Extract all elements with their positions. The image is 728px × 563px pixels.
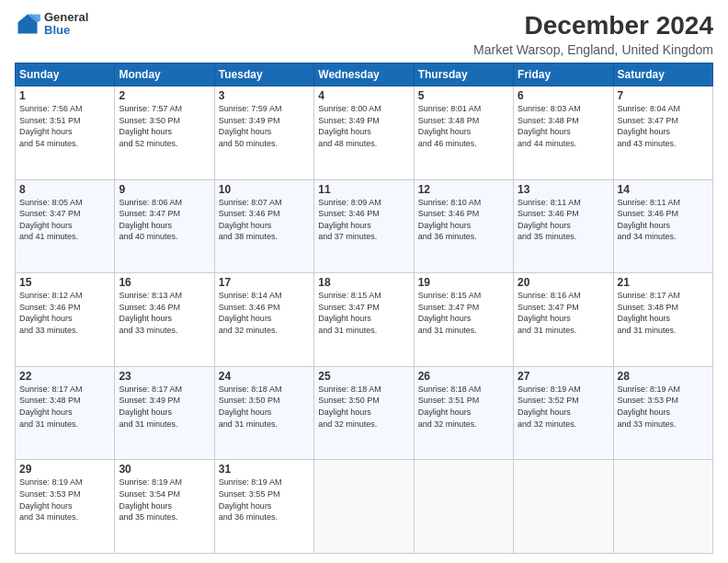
day-number: 21 xyxy=(618,276,709,289)
calendar-cell: 17 Sunrise: 8:14 AMSunset: 3:46 PMDaylig… xyxy=(214,273,313,367)
day-number: 30 xyxy=(119,463,210,476)
day-number: 8 xyxy=(19,183,110,196)
subtitle: Market Warsop, England, United Kingdom xyxy=(473,42,713,57)
day-number: 7 xyxy=(618,89,709,102)
day-info: Sunrise: 8:19 AMSunset: 3:53 PMDaylight … xyxy=(618,385,681,429)
day-info: Sunrise: 8:15 AMSunset: 3:47 PMDaylight … xyxy=(418,291,482,335)
day-info: Sunrise: 8:16 AMSunset: 3:47 PMDaylight … xyxy=(518,291,581,335)
calendar-cell: 26 Sunrise: 8:18 AMSunset: 3:51 PMDaylig… xyxy=(414,366,513,460)
day-info: Sunrise: 8:03 AMSunset: 3:48 PMDaylight … xyxy=(518,104,581,148)
logo-text: General Blue xyxy=(44,11,88,38)
day-number: 22 xyxy=(19,370,110,383)
day-info: Sunrise: 8:17 AMSunset: 3:48 PMDaylight … xyxy=(618,291,681,335)
day-info: Sunrise: 8:07 AMSunset: 3:46 PMDaylight … xyxy=(219,198,282,242)
logo: General Blue xyxy=(15,11,88,38)
calendar-cell: 21 Sunrise: 8:17 AMSunset: 3:48 PMDaylig… xyxy=(613,273,712,367)
day-info: Sunrise: 8:01 AMSunset: 3:48 PMDaylight … xyxy=(418,104,482,148)
day-number: 31 xyxy=(219,463,310,476)
calendar-cell: 8 Sunrise: 8:05 AMSunset: 3:47 PMDayligh… xyxy=(16,179,115,273)
calendar-cell: 27 Sunrise: 8:19 AMSunset: 3:52 PMDaylig… xyxy=(514,366,613,460)
week-row-5: 29 Sunrise: 8:19 AMSunset: 3:53 PMDaylig… xyxy=(16,460,713,554)
col-monday: Monday xyxy=(115,63,214,86)
main-title: December 2024 xyxy=(473,11,713,40)
calendar-cell: 2 Sunrise: 7:57 AMSunset: 3:50 PMDayligh… xyxy=(115,86,214,180)
day-number: 10 xyxy=(219,183,310,196)
calendar-cell: 20 Sunrise: 8:16 AMSunset: 3:47 PMDaylig… xyxy=(514,273,613,367)
col-friday: Friday xyxy=(514,63,613,86)
week-row-1: 1 Sunrise: 7:56 AMSunset: 3:51 PMDayligh… xyxy=(16,86,713,180)
day-info: Sunrise: 8:04 AMSunset: 3:47 PMDaylight … xyxy=(618,104,681,148)
day-info: Sunrise: 8:10 AMSunset: 3:46 PMDaylight … xyxy=(418,198,482,242)
day-number: 2 xyxy=(119,89,210,102)
calendar-cell: 10 Sunrise: 8:07 AMSunset: 3:46 PMDaylig… xyxy=(214,179,313,273)
day-number: 3 xyxy=(219,89,310,102)
calendar-cell: 29 Sunrise: 8:19 AMSunset: 3:53 PMDaylig… xyxy=(16,460,115,554)
day-info: Sunrise: 8:18 AMSunset: 3:51 PMDaylight … xyxy=(418,385,482,429)
calendar-cell: 23 Sunrise: 8:17 AMSunset: 3:49 PMDaylig… xyxy=(115,366,214,460)
day-info: Sunrise: 8:14 AMSunset: 3:46 PMDaylight … xyxy=(219,291,282,335)
col-thursday: Thursday xyxy=(414,63,513,86)
day-info: Sunrise: 8:11 AMSunset: 3:46 PMDaylight … xyxy=(518,198,581,242)
calendar-cell: 1 Sunrise: 7:56 AMSunset: 3:51 PMDayligh… xyxy=(16,86,115,180)
day-info: Sunrise: 8:18 AMSunset: 3:50 PMDaylight … xyxy=(219,385,282,429)
col-tuesday: Tuesday xyxy=(214,63,313,86)
calendar-table: Sunday Monday Tuesday Wednesday Thursday… xyxy=(15,63,713,554)
calendar-header: Sunday Monday Tuesday Wednesday Thursday… xyxy=(16,63,713,86)
week-row-2: 8 Sunrise: 8:05 AMSunset: 3:47 PMDayligh… xyxy=(16,179,713,273)
day-info: Sunrise: 8:05 AMSunset: 3:47 PMDaylight … xyxy=(19,198,83,242)
calendar-cell: 18 Sunrise: 8:15 AMSunset: 3:47 PMDaylig… xyxy=(314,273,414,367)
day-number: 18 xyxy=(318,276,409,289)
day-number: 12 xyxy=(418,183,509,196)
day-number: 17 xyxy=(219,276,310,289)
day-number: 9 xyxy=(119,183,210,196)
day-number: 13 xyxy=(518,183,609,196)
calendar-cell xyxy=(414,460,513,554)
logo-general-text: General xyxy=(44,11,88,24)
day-number: 26 xyxy=(418,370,509,383)
calendar-cell xyxy=(613,460,712,554)
day-info: Sunrise: 8:09 AMSunset: 3:46 PMDaylight … xyxy=(318,198,381,242)
logo-blue-text: Blue xyxy=(44,24,88,37)
day-info: Sunrise: 8:19 AMSunset: 3:55 PMDaylight … xyxy=(219,477,282,522)
day-number: 27 xyxy=(518,370,609,383)
col-wednesday: Wednesday xyxy=(314,63,414,86)
day-number: 25 xyxy=(318,370,409,383)
title-section: December 2024 Market Warsop, England, Un… xyxy=(473,11,713,57)
logo-icon xyxy=(15,11,40,37)
day-info: Sunrise: 8:15 AMSunset: 3:47 PMDaylight … xyxy=(318,291,381,335)
col-saturday: Saturday xyxy=(613,63,712,86)
calendar-cell: 19 Sunrise: 8:15 AMSunset: 3:47 PMDaylig… xyxy=(414,273,513,367)
day-info: Sunrise: 8:06 AMSunset: 3:47 PMDaylight … xyxy=(119,198,182,242)
col-sunday: Sunday xyxy=(16,63,115,86)
day-number: 23 xyxy=(119,370,210,383)
calendar-cell: 7 Sunrise: 8:04 AMSunset: 3:47 PMDayligh… xyxy=(613,86,712,180)
calendar-cell: 11 Sunrise: 8:09 AMSunset: 3:46 PMDaylig… xyxy=(314,179,414,273)
calendar-cell: 14 Sunrise: 8:11 AMSunset: 3:46 PMDaylig… xyxy=(613,179,712,273)
header: General Blue December 2024 Market Warsop… xyxy=(15,11,713,57)
calendar-cell xyxy=(314,460,414,554)
day-number: 28 xyxy=(618,370,709,383)
calendar-cell: 16 Sunrise: 8:13 AMSunset: 3:46 PMDaylig… xyxy=(115,273,214,367)
day-info: Sunrise: 8:13 AMSunset: 3:46 PMDaylight … xyxy=(119,291,182,335)
day-number: 14 xyxy=(618,183,709,196)
calendar-cell: 12 Sunrise: 8:10 AMSunset: 3:46 PMDaylig… xyxy=(414,179,513,273)
day-info: Sunrise: 8:00 AMSunset: 3:49 PMDaylight … xyxy=(318,104,381,148)
day-info: Sunrise: 7:56 AMSunset: 3:51 PMDaylight … xyxy=(19,104,83,148)
day-info: Sunrise: 8:17 AMSunset: 3:48 PMDaylight … xyxy=(19,385,83,429)
calendar-cell: 13 Sunrise: 8:11 AMSunset: 3:46 PMDaylig… xyxy=(514,179,613,273)
day-number: 5 xyxy=(418,89,509,102)
calendar-cell: 15 Sunrise: 8:12 AMSunset: 3:46 PMDaylig… xyxy=(16,273,115,367)
day-number: 11 xyxy=(318,183,409,196)
day-number: 29 xyxy=(19,463,110,476)
day-info: Sunrise: 8:18 AMSunset: 3:50 PMDaylight … xyxy=(318,385,381,429)
day-number: 4 xyxy=(318,89,409,102)
day-info: Sunrise: 8:11 AMSunset: 3:46 PMDaylight … xyxy=(618,198,681,242)
day-number: 20 xyxy=(518,276,609,289)
day-number: 6 xyxy=(518,89,609,102)
day-info: Sunrise: 7:59 AMSunset: 3:49 PMDaylight … xyxy=(219,104,282,148)
calendar-cell xyxy=(514,460,613,554)
day-info: Sunrise: 8:19 AMSunset: 3:52 PMDaylight … xyxy=(518,385,581,429)
day-number: 19 xyxy=(418,276,509,289)
calendar-cell: 22 Sunrise: 8:17 AMSunset: 3:48 PMDaylig… xyxy=(16,366,115,460)
day-number: 1 xyxy=(19,89,110,102)
